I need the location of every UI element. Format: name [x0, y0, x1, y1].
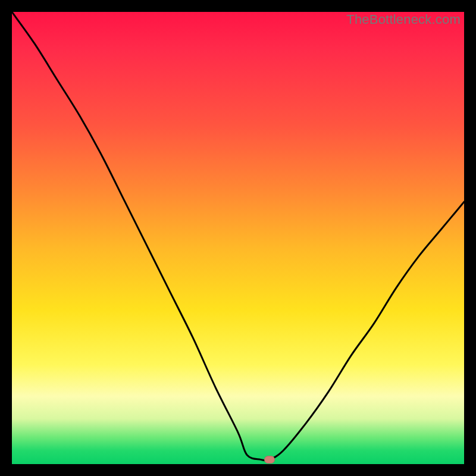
optimum-marker: [264, 456, 275, 464]
plot-area: TheBottleneck.com: [12, 12, 464, 464]
bottleneck-curve: [12, 12, 464, 464]
curve-path: [12, 12, 464, 461]
chart-frame: TheBottleneck.com: [0, 0, 476, 476]
